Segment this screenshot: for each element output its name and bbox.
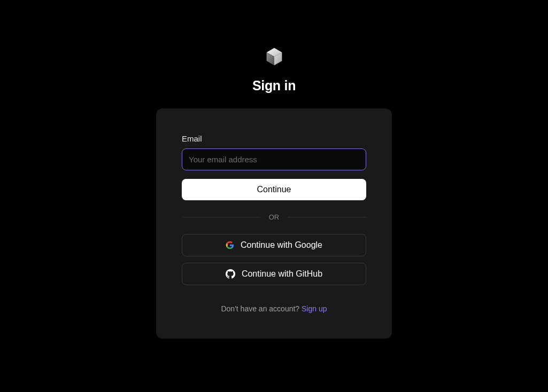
cube-logo-icon bbox=[265, 47, 284, 66]
google-oauth-button[interactable]: Continue with Google bbox=[182, 234, 366, 256]
divider-line bbox=[288, 217, 366, 217]
email-input[interactable] bbox=[182, 148, 366, 170]
email-label: Email bbox=[182, 134, 366, 143]
app-logo bbox=[265, 47, 284, 68]
signup-link[interactable]: Sign up bbox=[302, 304, 327, 313]
github-oauth-button[interactable]: Continue with GitHub bbox=[182, 263, 366, 285]
google-button-label: Continue with Google bbox=[241, 240, 322, 250]
divider-text: OR bbox=[260, 213, 288, 221]
signup-prompt-text: Don't have an account? bbox=[221, 304, 302, 313]
signup-prompt: Don't have an account? Sign up bbox=[182, 304, 366, 313]
continue-button[interactable]: Continue bbox=[182, 179, 366, 200]
github-button-label: Continue with GitHub bbox=[242, 269, 322, 279]
page-title: Sign in bbox=[252, 78, 296, 93]
github-icon bbox=[226, 269, 235, 279]
divider: OR bbox=[182, 213, 366, 221]
signin-card: Email Continue OR Continue with Google C… bbox=[156, 108, 392, 339]
divider-line bbox=[182, 217, 260, 217]
google-icon bbox=[226, 241, 234, 249]
